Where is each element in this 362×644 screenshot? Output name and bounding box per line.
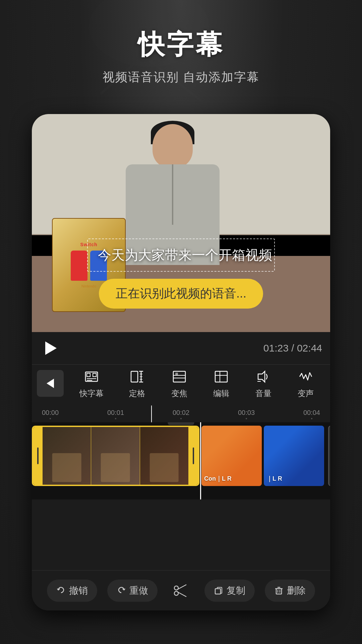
clip-unselected-1[interactable]: Con｜L R [201,426,262,486]
copy-button[interactable]: 复制 [204,580,255,602]
copy-label: 复制 [227,584,245,597]
time-display: 01:23 / 02:44 [263,342,322,354]
svg-line-30 [178,585,186,589]
ruler-mark-2: 00:02 [173,409,189,419]
playback-controls: 01:23 / 02:44 [32,332,330,364]
edit-icon [213,368,230,385]
freeze-label: 定格 [129,388,145,399]
ruler-text-2: 00:02 [173,409,189,417]
frame-content-1 [52,453,81,482]
clip-frame-1 [43,427,91,485]
clip-frame-3 [140,427,189,485]
toolbar-item-voice[interactable]: 变声 [297,368,314,399]
clip-handle-left[interactable] [33,427,43,485]
redo-button[interactable]: 重做 [107,580,158,602]
toolbar-items: 快字幕 定格 [64,368,330,399]
edit-label: 编辑 [213,388,229,399]
subtitles-label: 快字幕 [79,388,104,399]
back-button[interactable] [37,370,64,397]
clip-unselected-2[interactable]: ｜L R [264,426,324,486]
redo-label: 重做 [129,584,148,597]
freeze-icon [128,368,146,385]
undo-label: 撤销 [69,584,88,597]
timeline-inner: 01:20 [32,426,330,486]
svg-rect-33 [276,589,282,594]
svg-rect-32 [215,589,221,594]
ruler-mark-0: 00:00 [42,409,59,419]
play-button[interactable] [40,338,60,358]
undo-button[interactable]: 撤销 [47,580,97,602]
toolbar-item-edit[interactable]: 编辑 [213,368,230,399]
toolbar-item-subtitles[interactable]: 快字幕 [79,368,104,399]
ruler-text-3: 00:03 [238,409,255,417]
subtitles-icon [83,368,100,385]
ruler-text-0: 00:00 [42,409,59,417]
clip-frames [43,427,189,485]
clips-remaining: Con｜L R ｜L R + [201,426,330,486]
clip-handle-right[interactable] [189,427,198,485]
ruler-cursor [151,406,152,422]
ruler-text-4: 00:04 [303,409,320,417]
ruler-dot-0 [50,418,51,419]
ruler-dot-3 [246,418,247,419]
person-head [153,124,193,168]
toolbar: 快字幕 定格 [32,364,330,406]
toolbar-item-volume[interactable]: 音量 [255,368,272,399]
play-icon [45,341,57,355]
voice-icon [297,368,314,385]
add-clip-button[interactable]: + [328,426,330,486]
joycon-red [71,251,87,281]
copy-icon [214,586,223,595]
ruler-dot-2 [180,418,182,419]
svg-line-31 [178,592,186,597]
zoom-label: 变焦 [171,388,187,399]
svg-rect-8 [93,373,96,377]
hoodie-zip [172,164,173,225]
bottom-action-bar: 撤销 重做 复制 [32,570,330,610]
undo-icon [56,586,66,595]
svg-rect-21 [175,373,178,375]
ruler-marks: 00:00 00:01 00:02 00:03 00:04 [42,409,320,419]
header-section: 快字幕 视频语音识别 自动添加字幕 [0,27,362,86]
processing-badge: 正在识别此视频的语音... [99,279,263,309]
frame-content-3 [150,453,179,482]
delete-button[interactable]: 删除 [265,580,315,602]
handle-bar-right [193,447,194,464]
toolbar-item-freeze[interactable]: 定格 [128,368,146,399]
page-title: 快字幕 [0,27,362,63]
subtitle-text: 今天为大家带来一个开箱视频 [98,248,272,262]
ruler-dot-4 [311,418,312,419]
switch-sublabel: Nintendo [81,284,96,288]
cut-button[interactable] [168,581,194,600]
clip-text-2: ｜L R [266,475,321,483]
volume-icon [255,368,272,385]
ruler-mark-1: 00:01 [107,409,124,419]
ruler-mark-4: 00:04 [303,409,320,419]
svg-rect-7 [87,373,90,377]
playhead-cursor [200,422,201,499]
page-subtitle: 视频语音识别 自动添加字幕 [0,69,362,86]
timeline-ruler: 00:00 00:01 00:02 00:03 00:04 [32,406,330,422]
zoom-icon [171,368,188,385]
delete-label: 删除 [287,584,306,597]
selected-clip[interactable] [32,426,199,486]
clip-frame-2 [91,427,140,485]
toolbar-item-zoom[interactable]: 变焦 [171,368,188,399]
redo-icon [117,586,126,595]
phone-mockup: Switch Nintendo 今天为大家带来一个开箱视频 正在识别此视频的语音… [32,114,330,610]
frame-content-2 [101,453,130,482]
svg-rect-22 [215,371,227,382]
clip-text-1: Con｜L R [204,475,259,483]
clip-timestamp: 01:20 [168,422,194,425]
processing-text: 正在识别此视频的语音... [116,286,246,300]
timeline-strip[interactable]: 01:20 [32,422,330,499]
voice-label: 变声 [298,388,314,399]
ruler-dot-1 [115,418,116,419]
handle-bar-left [37,447,39,464]
svg-rect-18 [173,371,185,382]
ruler-mark-3: 00:03 [238,409,255,419]
subtitle-box[interactable]: 今天为大家带来一个开箱视频 [87,238,275,272]
back-chevron-icon [47,379,54,388]
scissors-icon [172,581,190,600]
video-preview: Switch Nintendo 今天为大家带来一个开箱视频 正在识别此视频的语音… [32,114,330,332]
